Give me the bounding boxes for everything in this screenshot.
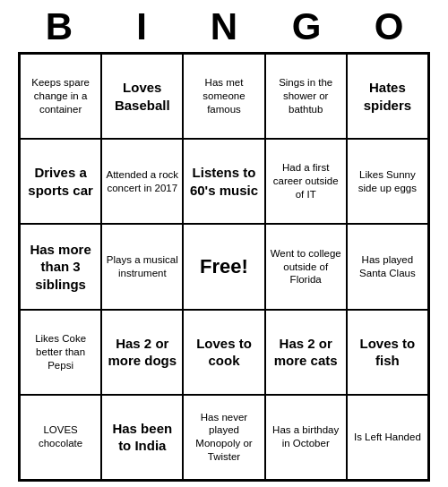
bingo-cell-1[interactable]: Loves Baseball (101, 54, 183, 139)
bingo-cell-4[interactable]: Hates spiders (347, 54, 428, 139)
bingo-cell-19[interactable]: Loves to fish (347, 310, 428, 395)
bingo-cell-22[interactable]: Has never played Monopoly or Twister (183, 395, 264, 480)
bingo-cell-16[interactable]: Has 2 or more dogs (101, 310, 183, 395)
bingo-cell-21[interactable]: Has been to India (101, 395, 183, 480)
bingo-cell-20[interactable]: LOVES chocolate (20, 395, 101, 480)
bingo-title: B I N G O (18, 0, 430, 52)
bingo-cell-13[interactable]: Went to college outside of Florida (265, 224, 347, 309)
bingo-cell-3[interactable]: Sings in the shower or bathtub (265, 54, 347, 139)
bingo-cell-5[interactable]: Drives a sports car (20, 139, 101, 224)
bingo-cell-17[interactable]: Loves to cook (183, 310, 264, 395)
bingo-cell-0[interactable]: Keeps spare change in a container (20, 54, 101, 139)
bingo-cell-23[interactable]: Has a birthday in October (265, 395, 347, 480)
bingo-cell-15[interactable]: Likes Coke better than Pepsi (20, 310, 101, 395)
bingo-cell-7[interactable]: Listens to 60's music (183, 139, 264, 224)
bingo-cell-24[interactable]: Is Left Handed (347, 395, 428, 480)
bingo-cell-12[interactable]: Free! (183, 224, 264, 309)
letter-b: B (32, 5, 86, 48)
letter-g: G (280, 5, 333, 48)
bingo-cell-2[interactable]: Has met someone famous (183, 54, 264, 139)
bingo-cell-11[interactable]: Plays a musical instrument (101, 224, 183, 309)
letter-n: N (197, 5, 251, 48)
letter-i: I (115, 5, 168, 48)
letter-o: O (362, 5, 416, 48)
bingo-grid: Keeps spare change in a containerLoves B… (18, 52, 430, 482)
bingo-cell-9[interactable]: Likes Sunny side up eggs (347, 139, 428, 224)
bingo-cell-18[interactable]: Has 2 or more cats (265, 310, 347, 395)
bingo-cell-14[interactable]: Has played Santa Claus (347, 224, 428, 309)
bingo-cell-8[interactable]: Had a first career outside of IT (265, 139, 347, 224)
bingo-cell-10[interactable]: Has more than 3 siblings (20, 224, 101, 309)
bingo-cell-6[interactable]: Attended a rock concert in 2017 (101, 139, 183, 224)
